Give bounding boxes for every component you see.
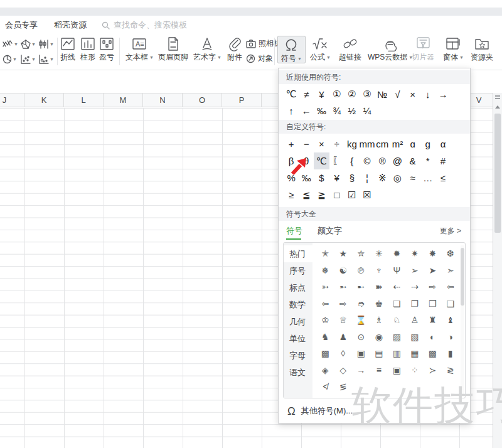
library-symbol[interactable]: ▣	[352, 345, 370, 362]
library-symbol[interactable]: ⇨	[334, 296, 353, 312]
category-item[interactable]: 语文	[284, 364, 312, 381]
library-symbol[interactable]: ♔	[316, 312, 334, 329]
sparkline-line-button[interactable]: 折线	[60, 36, 75, 61]
custom-symbol[interactable]: −	[299, 136, 314, 152]
scrollbar-thumb[interactable]	[494, 114, 501, 233]
library-symbol[interactable]: ♙	[406, 312, 424, 329]
library-symbol[interactable]: ♚	[370, 296, 388, 312]
hyperlink-button[interactable]: 超链接	[339, 36, 361, 61]
textbox-button[interactable]: A≡ 文本框▼	[125, 36, 154, 61]
custom-symbol[interactable]: ®	[375, 152, 390, 169]
custom-symbol[interactable]: {	[344, 152, 360, 169]
library-symbol[interactable]: ➽	[370, 279, 388, 296]
custom-symbol[interactable]: □	[329, 186, 344, 203]
library-symbol[interactable]: ♗	[370, 312, 388, 329]
library-symbol[interactable]: ≮	[316, 378, 334, 395]
library-symbol[interactable]: ✮	[352, 245, 370, 262]
splitter-grip-icon[interactable]	[495, 98, 500, 99]
library-symbol[interactable]: ▨	[388, 329, 406, 346]
library-symbol[interactable]: ❐	[406, 296, 424, 312]
column-header[interactable]: L	[64, 93, 104, 107]
recent-symbol[interactable]: ③	[360, 86, 375, 102]
library-symbol[interactable]: ✹	[388, 245, 406, 262]
library-symbol[interactable]: ➢	[406, 262, 424, 279]
library-symbol[interactable]: ◇	[334, 362, 353, 379]
library-symbol[interactable]: ⇨	[424, 279, 442, 296]
custom-symbol[interactable]: ≤	[435, 169, 451, 186]
tab-kaomoji[interactable]: 颜文字	[318, 221, 342, 241]
custom-symbol[interactable]: kg	[344, 136, 360, 152]
library-symbol[interactable]: ▩	[424, 345, 442, 362]
vertical-scrollbar[interactable]	[493, 93, 502, 448]
custom-symbol[interactable]: ¥	[329, 169, 344, 186]
wordart-button[interactable]: 艺术字▼	[193, 36, 222, 61]
camera-button[interactable]: 照相机	[246, 38, 281, 49]
command-search[interactable]: 查找命令、搜索模板	[102, 19, 187, 31]
library-symbol[interactable]: ❅	[316, 262, 334, 279]
category-item[interactable]: 单位	[284, 330, 312, 347]
custom-symbol[interactable]: ɑ	[405, 136, 420, 152]
library-symbol[interactable]: ≻	[424, 362, 442, 379]
pie-chart-button[interactable]: ▼	[3, 51, 21, 67]
custom-symbol[interactable]: ÷	[329, 136, 344, 152]
library-symbol[interactable]: ✭	[316, 245, 334, 262]
recent-symbol[interactable]: ¾	[329, 102, 344, 119]
more-link[interactable]: 更多 >	[440, 226, 461, 237]
bubble-chart-button[interactable]: ▼	[39, 51, 57, 67]
library-symbol[interactable]: ☯	[334, 262, 353, 279]
attachment-button[interactable]: 附件	[227, 36, 242, 61]
custom-symbol[interactable]: m²	[390, 136, 405, 152]
library-symbol[interactable]: ♞	[316, 329, 334, 346]
library-symbol[interactable]: ℗	[352, 262, 370, 279]
library-symbol[interactable]: ➮	[352, 296, 370, 312]
library-symbol[interactable]: ♟	[334, 329, 353, 346]
recent-symbol[interactable]: ↓	[420, 86, 435, 102]
library-symbol[interactable]: ◉	[370, 329, 388, 346]
recent-symbol[interactable]: ×	[405, 86, 420, 102]
library-symbol[interactable]: ▧	[406, 329, 424, 346]
wps-cloud-data-button[interactable]: WPS云数据▼	[368, 36, 413, 61]
library-symbol[interactable]: ⁘	[406, 362, 424, 379]
library-symbol[interactable]: ➵	[334, 279, 353, 296]
category-item[interactable]: 热门	[284, 245, 312, 262]
library-symbol[interactable]: ★	[334, 245, 353, 262]
library-symbol[interactable]: ▦	[406, 345, 424, 362]
library-symbol[interactable]: ⊙	[352, 329, 370, 346]
custom-symbol[interactable]: ☒	[360, 186, 375, 203]
object-button[interactable]: 对象	[246, 53, 281, 64]
library-symbol[interactable]: ≶	[334, 378, 353, 395]
library-symbol[interactable]: ▤	[370, 345, 388, 362]
library-symbol[interactable]: ➣	[442, 262, 460, 279]
library-symbol[interactable]: ▮	[442, 345, 460, 362]
category-item[interactable]: 字母	[284, 347, 312, 364]
custom-symbol[interactable]: *	[420, 152, 435, 169]
library-symbol[interactable]: ❒	[424, 296, 442, 312]
scrollbar-thumb[interactable]	[461, 248, 464, 306]
library-symbol[interactable]: ⇦	[442, 279, 460, 296]
library-symbol[interactable]: ➤	[424, 262, 442, 279]
symbol-button[interactable]: 符号▼	[277, 36, 306, 63]
library-symbol[interactable]: ▣	[388, 362, 406, 379]
category-item[interactable]: 序号	[284, 262, 312, 279]
recent-symbol[interactable]: ℃	[284, 86, 299, 102]
category-item[interactable]: 数学	[284, 296, 312, 313]
custom-symbol[interactable]: §	[344, 169, 360, 186]
tab-symbols[interactable]: 符号	[286, 221, 302, 241]
library-symbol[interactable]: ⇠	[388, 279, 406, 296]
library-symbol[interactable]: ◊	[334, 345, 353, 362]
custom-symbol[interactable]: ℃	[314, 152, 329, 169]
custom-symbol[interactable]: ≧	[314, 186, 329, 203]
custom-symbol[interactable]: ≦	[299, 186, 314, 203]
custom-symbol[interactable]: ◎	[390, 169, 405, 186]
library-symbol[interactable]: →	[352, 362, 370, 379]
category-item[interactable]: 几何	[284, 313, 312, 330]
recent-symbol[interactable]: ②	[344, 86, 360, 102]
scatter-chart-button[interactable]: ▼	[21, 51, 39, 67]
formula-button[interactable]: 公式▼	[310, 36, 331, 61]
recent-symbol[interactable]: √	[390, 86, 405, 102]
custom-symbol[interactable]: ≈	[405, 169, 420, 186]
library-symbol[interactable]: ♝	[442, 312, 460, 329]
library-symbol[interactable]: ❑	[442, 296, 460, 312]
header-footer-button[interactable]: 页眉页脚	[158, 36, 188, 61]
library-symbol[interactable]: ➳	[316, 279, 334, 296]
